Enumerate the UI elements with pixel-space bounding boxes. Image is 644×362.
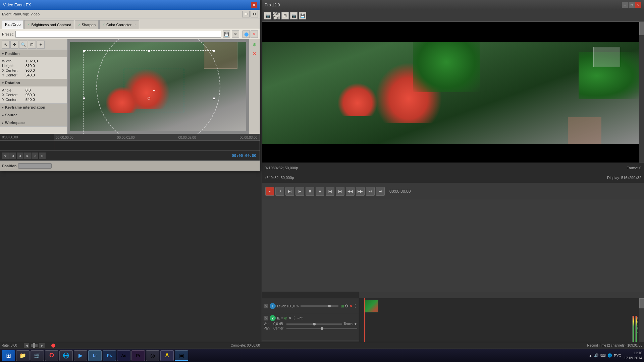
move-tool-btn[interactable]: ✥ (10, 41, 18, 49)
fx-move-btn[interactable]: ✥ (2, 153, 9, 159)
inner-center-dot[interactable] (153, 89, 155, 92)
fx-interp2-btn[interactable]: ▷ (39, 153, 46, 159)
handle-ml[interactable] (83, 97, 85, 100)
event-btn2[interactable]: ⊟ (251, 11, 258, 17)
tab-color-corrector[interactable]: ✓ Color Corrector → (99, 20, 139, 29)
rate-left-btn[interactable]: ◀ (24, 343, 29, 348)
rewind-btn[interactable]: ◀◀ (346, 187, 355, 196)
zoom-tool-btn[interactable]: 🔍 (19, 41, 27, 49)
tray-icon4[interactable]: 🌐 (607, 353, 612, 358)
preview-save-btn[interactable]: 💾 (299, 12, 306, 19)
taskbar-explorer[interactable]: 📁 (16, 350, 30, 361)
track2-icon4[interactable]: ✕ (288, 316, 291, 320)
handle-mr[interactable] (213, 97, 215, 100)
fx-close-btn[interactable]: ✕ (251, 2, 257, 8)
preset-close-btn[interactable]: ✕ (232, 31, 239, 38)
rate-slider[interactable] (31, 344, 38, 347)
tab-brightness-contrast[interactable]: ✓ Brightness and Contrast (24, 20, 74, 29)
preview-quality-dropdown[interactable]: Draft (Full) (273, 12, 280, 19)
track2-icon1[interactable]: ⊞ (277, 316, 280, 320)
tray-icon2[interactable]: 🔊 (594, 353, 599, 358)
timeline-scrollbar-v[interactable] (639, 298, 644, 349)
stop-btn[interactable]: ■ (316, 187, 324, 196)
vegas-close-btn[interactable]: ✕ (635, 2, 641, 8)
vegas-maximize-btn[interactable]: □ (629, 2, 635, 8)
tab-sharpen[interactable]: ✓ Sharpen (75, 20, 99, 29)
track1-settings-icon[interactable]: ⚙ (345, 304, 348, 308)
fx-right-red-icon[interactable]: ✕ (251, 50, 259, 58)
track1-level-thumb[interactable] (328, 305, 331, 307)
tray-icon1[interactable]: ▲ (589, 354, 592, 358)
track1-more-icon[interactable]: ⋮ (353, 304, 357, 308)
pan-thumb[interactable] (321, 327, 323, 330)
track2-mute-btn[interactable]: ▷ (264, 316, 268, 320)
track2-icon2[interactable]: ≡ (281, 316, 283, 320)
pause-btn[interactable]: ⏸ (306, 187, 314, 196)
preview-camera-icon[interactable]: 📷 (264, 12, 271, 19)
crop-tool-btn[interactable]: ⊡ (28, 41, 36, 49)
rate-slider-thumb[interactable] (33, 343, 35, 348)
preset-save-btn[interactable]: 💾 (223, 31, 230, 38)
position-section-header[interactable]: ▾ Position (0, 50, 67, 57)
fx-add-kf-btn[interactable]: ◆ (17, 153, 23, 159)
track1-level-slider[interactable] (301, 305, 338, 307)
preview-grid-btn[interactable]: ⊞ (281, 12, 289, 19)
next-frame-btn[interactable]: ▶| (336, 187, 344, 196)
rate-right-btn[interactable]: ▶ (39, 343, 45, 348)
taskbar-opera[interactable]: O (45, 350, 58, 361)
source-section-header[interactable]: ▸ Source (0, 111, 67, 119)
fx-next-kf-btn[interactable]: ▶ (24, 153, 31, 159)
track1-del-icon[interactable]: ✕ (349, 304, 353, 308)
preview-scrollbar[interactable] (639, 22, 644, 163)
preview-scrollbar-thumb[interactable] (639, 22, 644, 35)
taskbar-aftereffects[interactable]: Ae (117, 350, 130, 361)
preview-snap-btn[interactable]: 📷 (290, 12, 298, 19)
vegas-minimize-btn[interactable]: ─ (622, 2, 628, 8)
tab-pan-crop[interactable]: Pan/Crop (2, 20, 23, 29)
track2-icon3[interactable]: ⊕ (284, 316, 287, 320)
pan-slider[interactable] (286, 328, 357, 329)
keyframe-section-header[interactable]: ▸ Keyframe interpolation (0, 104, 67, 111)
taskbar-lightroom[interactable]: Lr (88, 350, 102, 361)
taskbar-app2[interactable]: A (160, 350, 174, 361)
taskbar-media[interactable]: ▶ (74, 350, 87, 361)
video-clip[interactable] (364, 300, 378, 312)
track1-green-icon[interactable]: ⊞ (341, 304, 344, 308)
select-tool-btn[interactable]: ↖ (2, 41, 10, 49)
loop-btn[interactable]: ↺ (275, 187, 284, 196)
workspace-section-header[interactable]: ▸ Workspace (0, 119, 67, 126)
vol-thumb[interactable] (313, 323, 316, 325)
event-btn1[interactable]: ⊞ (242, 11, 250, 17)
taskbar-vegas[interactable]: ▣ (175, 350, 188, 361)
track1-mute-btn[interactable]: ▷ (264, 304, 268, 308)
preset-input[interactable] (15, 31, 221, 38)
fx-prev-kf-btn[interactable]: ◀ (9, 153, 16, 159)
fast-forward-btn[interactable]: ▶▶ (356, 187, 365, 196)
taskbar-app1[interactable]: ◎ (146, 350, 159, 361)
prev-marker-btn[interactable]: ⏮ (366, 187, 375, 196)
play-btn[interactable]: ▶ (296, 187, 304, 196)
fx-animate-btn[interactable]: ⬤ (243, 31, 250, 38)
prev-frame-btn[interactable]: |◀ (326, 187, 334, 196)
record-btn[interactable]: ● (265, 187, 274, 196)
play-from-start-btn[interactable]: ▶| (285, 187, 294, 196)
tray-icon3[interactable]: ⌨ (600, 353, 606, 358)
handle-tm[interactable] (148, 50, 150, 52)
taskbar-premiere[interactable]: Pr (131, 350, 145, 361)
start-button[interactable]: ⊞ (2, 350, 15, 361)
handle-tl[interactable] (83, 50, 85, 52)
next-marker-btn[interactable]: ⏭ (376, 187, 385, 196)
fx-right-green-icon[interactable]: ⊕ (251, 41, 259, 49)
fx-interp1-btn[interactable]: ◁ (32, 153, 38, 159)
timeline-scrollbar-thumb[interactable] (639, 298, 644, 308)
taskbar-photoshop[interactable]: Ps (103, 350, 116, 361)
handle-tr[interactable] (213, 50, 215, 52)
fx-reset-btn[interactable]: ✕ (251, 31, 258, 38)
touch-dropdown[interactable]: ▼ (354, 322, 357, 326)
rotation-section-header[interactable]: ▾ Rotation (0, 79, 67, 86)
add-keyframe-btn[interactable]: + (37, 41, 45, 49)
fx-position-input[interactable] (18, 163, 52, 169)
taskbar-store[interactable]: 🛒 (31, 350, 44, 361)
track2-icon5[interactable]: ⋮ (292, 316, 296, 320)
vol-slider[interactable] (286, 323, 342, 325)
